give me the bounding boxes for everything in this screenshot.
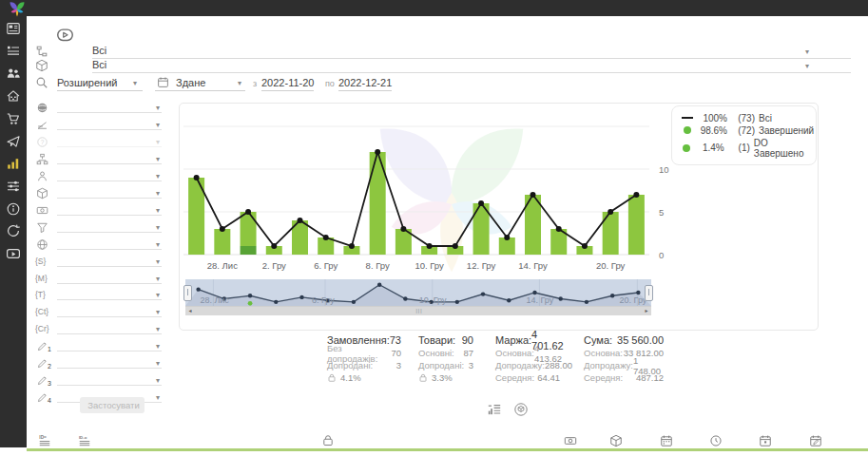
stat-upsell-percent: 3.3% bbox=[418, 371, 473, 384]
filter-row-help[interactable] bbox=[35, 135, 162, 151]
sidebar-item-info[interactable] bbox=[6, 201, 21, 217]
navigator-right-handle[interactable] bbox=[645, 285, 653, 301]
sidebar-item-analytics[interactable] bbox=[6, 156, 21, 171]
sidebar-item-cart[interactable] bbox=[6, 111, 21, 126]
line-point bbox=[245, 209, 251, 215]
table-header-id-number[interactable] bbox=[27, 432, 64, 451]
table-header-money[interactable] bbox=[549, 432, 592, 451]
toggle-products-globe-button[interactable] bbox=[513, 402, 529, 417]
legend-label: DO Завершено bbox=[754, 138, 816, 159]
filter-row-level[interactable] bbox=[35, 118, 162, 134]
scrollbar-grip-icon[interactable] bbox=[413, 307, 426, 315]
table-header-calendar-day[interactable] bbox=[741, 432, 791, 451]
filter-row-funnel[interactable] bbox=[35, 220, 162, 237]
chevron-down-icon bbox=[156, 376, 160, 385]
sidebar-item-dashboard[interactable] bbox=[6, 21, 21, 36]
chevron-down-icon bbox=[156, 325, 160, 333]
filter-row-pencil1[interactable]: 1 bbox=[35, 339, 162, 355]
campaigns-icon bbox=[6, 134, 21, 149]
sync-icon bbox=[6, 223, 21, 238]
date-field-select[interactable]: Здане bbox=[155, 75, 245, 91]
date-from-input[interactable]: 2022-11-20 bbox=[261, 77, 314, 91]
stat-sub-label: Допродажу: bbox=[584, 360, 633, 370]
cart-icon bbox=[6, 111, 21, 126]
filter-row-pencil3[interactable]: 3 bbox=[35, 373, 162, 390]
play-icon bbox=[52, 26, 78, 44]
orders-combo-chart: 051028. Лис2. Гру6. Гру8. Гру10. Гру12. … bbox=[183, 110, 680, 277]
sidebar-item-campaigns[interactable] bbox=[6, 134, 21, 149]
sidebar-item-settings[interactable] bbox=[6, 179, 21, 194]
sidebar-item-organization[interactable] bbox=[6, 88, 21, 104]
filter-row-tag-m[interactable]: {M} bbox=[35, 272, 162, 288]
bag-icon bbox=[418, 373, 428, 383]
filter-row-tag-ct[interactable]: {Ct} bbox=[35, 305, 162, 321]
filter-row-pencil2[interactable]: 2 bbox=[35, 356, 162, 372]
product-filter-value[interactable]: Всі bbox=[92, 59, 851, 73]
chevron-down-icon bbox=[156, 223, 160, 232]
filter-row-source[interactable] bbox=[35, 101, 162, 117]
filter-row-country[interactable] bbox=[35, 238, 162, 254]
search-mode-select[interactable]: Розширений bbox=[57, 77, 143, 91]
chart-navigator[interactable]: 28. Лис6. Гру10. Гру14. Гру20. Гру bbox=[185, 279, 651, 306]
bar-completed bbox=[214, 229, 230, 255]
filter-row-product[interactable] bbox=[35, 186, 162, 202]
legend-percent: 1.4% bbox=[696, 142, 724, 153]
date-to-input[interactable]: 2022-12-21 bbox=[338, 77, 392, 91]
filter-row-payment[interactable] bbox=[35, 203, 162, 219]
id-order-icon bbox=[78, 434, 91, 447]
legend-label: Завершений bbox=[759, 125, 814, 136]
search-icon bbox=[35, 76, 48, 89]
navigator-left-handle[interactable] bbox=[183, 285, 192, 301]
line-point bbox=[530, 192, 536, 198]
line-point bbox=[556, 226, 562, 232]
tag-icon: {S} bbox=[35, 256, 46, 266]
table-header-package[interactable] bbox=[591, 432, 642, 451]
tag-icon: {T} bbox=[35, 290, 46, 299]
stat-column: Маржа:4 701.62Основна:4 413.62Допродажу:… bbox=[495, 332, 560, 384]
category-filter-value[interactable]: Всі bbox=[92, 45, 851, 59]
filter-row-tag-s[interactable]: {S} bbox=[35, 255, 162, 271]
table-header-calendar-edit[interactable] bbox=[790, 432, 841, 451]
legend-item[interactable]: 100%(73)Всі bbox=[672, 113, 816, 124]
stat-sub-value: 64.41 bbox=[537, 372, 560, 383]
bar-completed bbox=[241, 212, 257, 246]
date-field-value: Здане bbox=[176, 77, 205, 88]
line-point bbox=[271, 243, 277, 249]
level-icon bbox=[36, 119, 48, 131]
date-to-label: по bbox=[325, 79, 335, 88]
legend-item[interactable]: 1.4%(1)DO Завершено bbox=[672, 138, 816, 159]
filter-row-tag-cr[interactable]: {Cr} bbox=[35, 322, 162, 338]
stat-sub-label: Допродажу: bbox=[495, 360, 545, 370]
video-icon bbox=[6, 246, 21, 261]
scroll-left-icon[interactable] bbox=[185, 307, 195, 315]
svg-text:10. Гру: 10. Гру bbox=[415, 260, 444, 271]
table-header-calendar-grid[interactable] bbox=[641, 432, 692, 451]
table-header-id-order[interactable] bbox=[63, 432, 107, 451]
help-icon bbox=[36, 136, 48, 148]
apply-filters-button[interactable]: Застосувати bbox=[80, 397, 145, 413]
table-header-clock[interactable] bbox=[691, 432, 742, 451]
table-header-bag[interactable] bbox=[106, 432, 550, 451]
filter-row-manager[interactable] bbox=[35, 169, 162, 185]
video-tutorial-button[interactable] bbox=[52, 26, 78, 44]
chevron-down-icon bbox=[156, 393, 160, 402]
chevron-down-icon bbox=[156, 189, 160, 198]
clock-icon bbox=[709, 434, 723, 447]
stat-sub-value: 487.12 bbox=[636, 372, 664, 383]
scroll-right-icon[interactable] bbox=[642, 307, 651, 315]
line-point bbox=[400, 226, 406, 232]
id-number-icon bbox=[38, 434, 51, 447]
sidebar-item-video[interactable] bbox=[6, 246, 21, 261]
toggle-list-stats-button[interactable] bbox=[487, 402, 502, 417]
navigator-scrollbar[interactable] bbox=[185, 306, 651, 315]
legend-item[interactable]: 98.6%(72)Завершений bbox=[672, 125, 816, 136]
sidebar-item-customers[interactable] bbox=[6, 66, 21, 81]
filter-row-tag-t[interactable]: {T} bbox=[35, 288, 162, 304]
pencil-number: 2 bbox=[48, 363, 51, 370]
app-logo-icon[interactable] bbox=[7, 0, 28, 18]
svg-text:8. Гру: 8. Гру bbox=[366, 260, 390, 271]
crm-analytics-screen: ? ID= ID-o Всі Всі Розширений Здане з 20… bbox=[0, 0, 868, 456]
sidebar-item-orders-list[interactable] bbox=[6, 44, 21, 59]
filter-row-sitemap[interactable] bbox=[35, 152, 162, 168]
sidebar-item-sync[interactable] bbox=[6, 223, 21, 238]
